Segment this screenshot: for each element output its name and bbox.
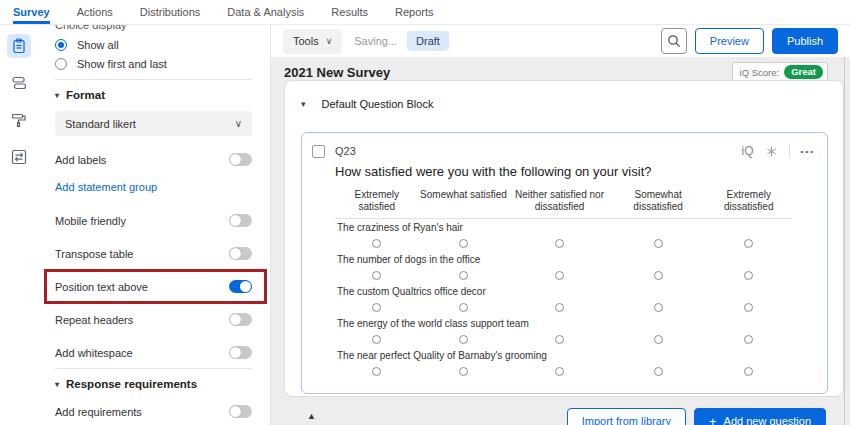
matrix-column-header[interactable]: Extremely satisfied bbox=[335, 189, 419, 213]
matrix-cell bbox=[335, 367, 419, 376]
format-section-header[interactable]: ▾ Format bbox=[55, 89, 252, 101]
matrix-radio-button[interactable] bbox=[654, 367, 663, 376]
iq-analysis-icon[interactable]: iQ bbox=[742, 144, 754, 158]
top-nav: SurveyActionsDistributionsData & Analysi… bbox=[0, 0, 850, 25]
toggle-label: Add labels bbox=[55, 154, 106, 166]
matrix-radio-button[interactable] bbox=[555, 271, 564, 280]
format-select-value: Standard likert bbox=[65, 118, 136, 130]
nav-tab-actions[interactable]: Actions bbox=[77, 0, 113, 24]
question-text[interactable]: How satisfied were you with the followin… bbox=[335, 164, 651, 179]
matrix-column-header[interactable]: Extremely dissatisfied bbox=[705, 189, 792, 213]
iq-score-badge[interactable]: iQ Score: Great bbox=[732, 62, 828, 82]
add-whitespace-toggle[interactable] bbox=[229, 346, 252, 359]
matrix-radio-button[interactable] bbox=[654, 303, 663, 312]
survey-flow-icon[interactable] bbox=[7, 71, 31, 95]
nav-tab-results[interactable]: Results bbox=[331, 0, 368, 24]
matrix-cell bbox=[705, 335, 792, 344]
matrix-statement[interactable]: The custom Qualtrics office decor bbox=[337, 286, 792, 299]
question-card[interactable]: Q23 iQ ••• How s bbox=[301, 132, 828, 394]
search-button[interactable] bbox=[661, 28, 687, 54]
matrix-cell bbox=[508, 271, 611, 280]
toggle-row-position-text-above: Position text above bbox=[55, 280, 252, 293]
matrix-radio-button[interactable] bbox=[459, 271, 468, 280]
matrix-column-header[interactable]: Somewhat dissatisfied bbox=[611, 189, 706, 213]
matrix-radio-button[interactable] bbox=[555, 303, 564, 312]
matrix-radio-button[interactable] bbox=[654, 239, 663, 248]
matrix-radio-button[interactable] bbox=[555, 335, 564, 344]
matrix-radio-button[interactable] bbox=[459, 303, 468, 312]
matrix-radio-button[interactable] bbox=[372, 303, 381, 312]
matrix-radio-button[interactable] bbox=[459, 239, 468, 248]
matrix-statement[interactable]: The energy of the world class support te… bbox=[337, 318, 792, 331]
survey-options-icon[interactable] bbox=[7, 145, 31, 169]
add-requirements-toggle[interactable] bbox=[229, 405, 252, 418]
more-options-icon[interactable]: ••• bbox=[801, 147, 815, 156]
toggle-row-add-requirements: Add requirements bbox=[55, 405, 252, 418]
chevron-down-icon: ▾ bbox=[55, 91, 59, 100]
matrix-column-header[interactable]: Somewhat satisfied bbox=[419, 189, 509, 213]
nav-tab-reports[interactable]: Reports bbox=[395, 0, 434, 24]
matrix-cell bbox=[611, 239, 706, 248]
survey-builder-icon[interactable] bbox=[7, 34, 31, 58]
plus-icon: + bbox=[709, 414, 717, 425]
matrix-radio-button[interactable] bbox=[459, 335, 468, 344]
block-collapse-chevron-icon[interactable]: ▾ bbox=[301, 99, 306, 109]
mobile-friendly-toggle[interactable] bbox=[229, 214, 252, 227]
matrix-radio-button[interactable] bbox=[744, 239, 753, 248]
nav-tab-data-analysis[interactable]: Data & Analysis bbox=[227, 0, 304, 24]
star-icon[interactable] bbox=[765, 145, 778, 158]
vertical-scrollbar[interactable] bbox=[844, 57, 845, 425]
toggle-row-transpose-table: Transpose table bbox=[55, 247, 252, 260]
block-title[interactable]: Default Question Block bbox=[322, 98, 434, 110]
matrix-radio-row bbox=[335, 236, 792, 251]
matrix-statement[interactable]: The number of dogs in the office bbox=[337, 254, 792, 267]
matrix-radio-button[interactable] bbox=[459, 367, 468, 376]
nav-tab-survey[interactable]: Survey bbox=[13, 0, 50, 24]
matrix-cell bbox=[335, 271, 419, 280]
matrix-radio-button[interactable] bbox=[744, 303, 753, 312]
radio-show-all[interactable]: Show all bbox=[55, 39, 252, 51]
matrix-statement[interactable]: The near perfect Quality of Barnaby's gr… bbox=[337, 350, 792, 363]
matrix-radio-button[interactable] bbox=[372, 335, 381, 344]
matrix-radio-button[interactable] bbox=[555, 239, 564, 248]
look-and-feel-icon[interactable] bbox=[7, 108, 31, 132]
toggle-label: Add whitespace bbox=[55, 347, 133, 359]
collapse-caret-icon[interactable]: ▲ bbox=[307, 411, 316, 421]
matrix-radio-button[interactable] bbox=[654, 271, 663, 280]
matrix-radio-button[interactable] bbox=[372, 239, 381, 248]
toggle-row-add-labels: Add labels bbox=[55, 153, 252, 166]
matrix-radio-button[interactable] bbox=[744, 335, 753, 344]
panel-divider bbox=[55, 79, 252, 80]
response-requirements-header[interactable]: ▾ Response requirements bbox=[55, 378, 252, 390]
radio-show-first-last[interactable]: Show first and last bbox=[55, 58, 252, 70]
icon-divider bbox=[789, 144, 790, 158]
question-settings-panel: Choice display Show all Show first and l… bbox=[38, 25, 271, 425]
format-select[interactable]: Standard likert ∨ bbox=[55, 111, 252, 136]
publish-button[interactable]: Publish bbox=[772, 28, 838, 54]
radio-icon[interactable] bbox=[55, 39, 67, 51]
matrix-statement[interactable]: The craziness of Ryan's hair bbox=[337, 222, 792, 235]
matrix-radio-button[interactable] bbox=[654, 335, 663, 344]
repeat-headers-toggle[interactable] bbox=[229, 313, 252, 326]
radio-label: Show first and last bbox=[77, 58, 167, 70]
matrix-radio-button[interactable] bbox=[744, 367, 753, 376]
matrix-radio-button[interactable] bbox=[372, 367, 381, 376]
radio-icon[interactable] bbox=[55, 58, 67, 70]
transpose-table-toggle[interactable] bbox=[229, 247, 252, 260]
matrix-radio-button[interactable] bbox=[744, 271, 753, 280]
nav-tab-distributions[interactable]: Distributions bbox=[140, 0, 201, 24]
add-new-question-button[interactable]: + Add new question bbox=[694, 408, 826, 425]
matrix-radio-button[interactable] bbox=[372, 271, 381, 280]
matrix-radio-button[interactable] bbox=[555, 367, 564, 376]
position-text-above-toggle[interactable] bbox=[229, 280, 252, 293]
survey-title[interactable]: 2021 New Survey bbox=[284, 65, 390, 80]
add-statement-group-link[interactable]: Add statement group bbox=[55, 181, 157, 193]
question-checkbox[interactable] bbox=[312, 145, 325, 158]
add-labels-toggle[interactable] bbox=[229, 153, 252, 166]
tools-button[interactable]: Tools ∨ bbox=[283, 29, 342, 54]
import-from-library-button[interactable]: Import from library bbox=[567, 408, 686, 425]
matrix-cell bbox=[419, 303, 509, 312]
matrix-column-header[interactable]: Neither satisfied nor dissatisfied bbox=[508, 189, 611, 213]
preview-button[interactable]: Preview bbox=[695, 28, 764, 54]
question-block-card: ▾ Default Question Block Q23 iQ bbox=[284, 80, 844, 397]
